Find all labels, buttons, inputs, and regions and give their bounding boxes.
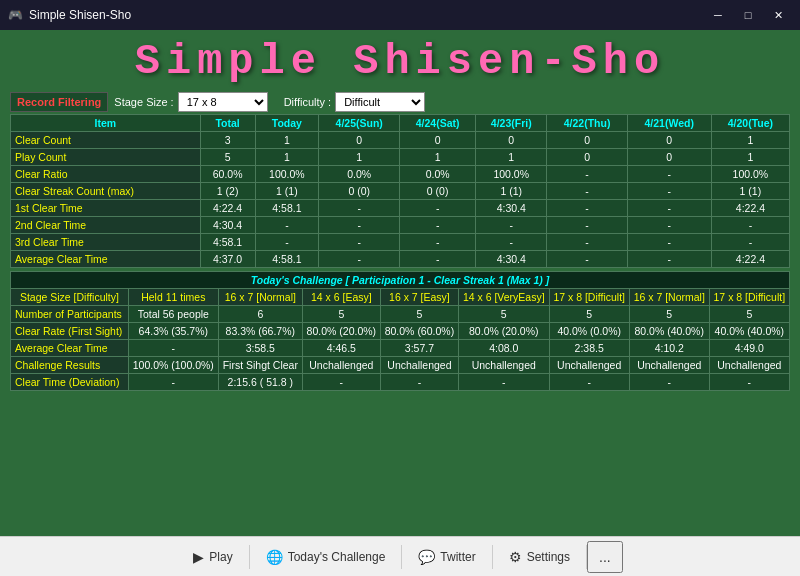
difficulty-group: Difficulty : Difficult Normal Easy VeryE… (284, 92, 425, 112)
col-item: Item (11, 115, 201, 132)
difficulty-label: Difficulty : (284, 96, 331, 108)
ch-col-7: 17 x 8 [Difficult] (709, 289, 789, 306)
table-row: Number of Participants Total 56 people 6… (11, 306, 790, 323)
table-row: 3rd Clear Time 4:58.1 - - - - - - - (11, 234, 790, 251)
main-table-header: Item Total Today 4/25(Sun) 4/24(Sat) 4/2… (11, 115, 790, 132)
col-421: 4/21(Wed) (627, 115, 711, 132)
main-content: Simple Shisen-Sho Record Filtering Stage… (0, 30, 800, 536)
settings-button[interactable]: ⚙ Settings (493, 543, 586, 571)
twitter-label: Twitter (440, 550, 475, 564)
ch-col-1: 16 x 7 [Normal] (218, 289, 302, 306)
ch-col-held: Held 11 times (128, 289, 218, 306)
ch-col-6: 16 x 7 [Normal] (629, 289, 709, 306)
table-row: Clear Count 3 1 0 0 0 0 0 1 (11, 132, 790, 149)
play-label: Play (209, 550, 232, 564)
maximize-button[interactable]: □ (734, 4, 762, 26)
play-button[interactable]: ▶ Play (177, 543, 248, 571)
challenge-icon: 🌐 (266, 549, 283, 565)
ch-col-2: 14 x 6 [Easy] (302, 289, 380, 306)
titlebar: 🎮 Simple Shisen-Sho ─ □ ✕ (0, 0, 800, 30)
col-today: Today (255, 115, 319, 132)
tables-area: Record Filtering Stage Size : 17 x 8 16 … (10, 92, 790, 531)
close-button[interactable]: ✕ (764, 4, 792, 26)
challenge-header: Today's Challenge [ Participation 1 - Cl… (11, 272, 790, 289)
window-title: Simple Shisen-Sho (29, 8, 131, 22)
twitter-button[interactable]: 💬 Twitter (402, 543, 491, 571)
titlebar-left: 🎮 Simple Shisen-Sho (8, 8, 131, 22)
table-row: Average Clear Time - 3:58.5 4:46.5 3:57.… (11, 340, 790, 357)
col-420: 4/20(Tue) (711, 115, 789, 132)
challenge-button[interactable]: 🌐 Today's Challenge (250, 543, 402, 571)
bottom-bar: ▶ Play 🌐 Today's Challenge 💬 Twitter ⚙ S… (0, 536, 800, 576)
table-row: Clear Streak Count (max) 1 (2) 1 (1) 0 (… (11, 183, 790, 200)
challenge-header-row: Today's Challenge [ Participation 1 - Cl… (11, 272, 790, 289)
minimize-button[interactable]: ─ (704, 4, 732, 26)
ch-col-4: 14 x 6 [VeryEasy] (458, 289, 549, 306)
difficulty-select[interactable]: Difficult Normal Easy VeryEasy (335, 92, 425, 112)
settings-icon: ⚙ (509, 549, 522, 565)
table-row: Clear Ratio 60.0% 100.0% 0.0% 0.0% 100.0… (11, 166, 790, 183)
app-title: Simple Shisen-Sho (10, 30, 790, 92)
col-424: 4/24(Sat) (400, 115, 476, 132)
twitter-icon: 💬 (418, 549, 435, 565)
col-425: 4/25(Sun) (319, 115, 400, 132)
record-filtering-label: Record Filtering (10, 92, 108, 112)
stage-size-label: Stage Size : (114, 96, 173, 108)
col-423: 4/23(Fri) (476, 115, 547, 132)
more-button[interactable]: ... (587, 541, 623, 573)
ch-col-3: 16 x 7 [Easy] (380, 289, 458, 306)
main-stats-table: Item Total Today 4/25(Sun) 4/24(Sat) 4/2… (10, 114, 790, 268)
play-icon: ▶ (193, 549, 204, 565)
ch-col-5: 17 x 8 [Difficult] (549, 289, 629, 306)
table-row: Challenge Results 100.0% (100.0%) First … (11, 357, 790, 374)
table-row: 1st Clear Time 4:22.4 4:58.1 - - 4:30.4 … (11, 200, 790, 217)
titlebar-controls: ─ □ ✕ (704, 4, 792, 26)
col-422: 4/22(Thu) (547, 115, 627, 132)
table-row: Clear Time (Deviation) - 2:15.6 ( 51.8 )… (11, 374, 790, 391)
filter-bar: Record Filtering Stage Size : 17 x 8 16 … (10, 92, 790, 112)
table-row: 2nd Clear Time 4:30.4 - - - - - - - (11, 217, 790, 234)
table-row: Clear Rate (First Sight) 64.3% (35.7%) 8… (11, 323, 790, 340)
table-row: Average Clear Time 4:37.0 4:58.1 - - 4:3… (11, 251, 790, 268)
ch-col-0: Stage Size [Difficulty] (11, 289, 129, 306)
app-icon: 🎮 (8, 8, 23, 22)
challenge-subheader: Stage Size [Difficulty] Held 11 times 16… (11, 289, 790, 306)
col-total: Total (200, 115, 255, 132)
table-row: Play Count 5 1 1 1 1 0 0 1 (11, 149, 790, 166)
challenge-table: Today's Challenge [ Participation 1 - Cl… (10, 271, 790, 391)
stage-size-select[interactable]: 17 x 8 16 x 7 14 x 6 (178, 92, 268, 112)
challenge-label: Today's Challenge (288, 550, 386, 564)
settings-label: Settings (527, 550, 570, 564)
stage-size-group: Stage Size : 17 x 8 16 x 7 14 x 6 (114, 92, 267, 112)
